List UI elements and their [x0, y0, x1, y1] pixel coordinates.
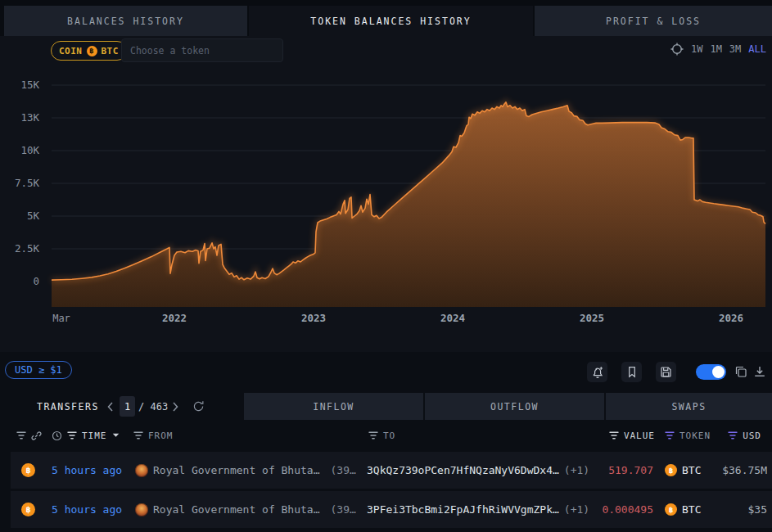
column-from[interactable]: FROM [148, 431, 174, 441]
column-value[interactable]: VALUE [624, 431, 655, 441]
svg-text:2023: 2023 [301, 312, 326, 324]
coin-filter-label: COIN [59, 46, 83, 56]
save-icon [660, 366, 672, 378]
bookmark-icon [626, 366, 638, 378]
svg-text:2026: 2026 [719, 312, 743, 324]
clock-icon[interactable] [52, 431, 62, 441]
token-symbol: BTC [682, 503, 701, 516]
tab-token-balances-history[interactable]: TOKEN BALANCES HISTORY [249, 6, 533, 36]
view-tabs: BALANCES HISTORY TOKEN BALANCES HISTORY … [0, 0, 772, 36]
coin-filter-token: BTC [102, 46, 119, 56]
transfer-time-link[interactable]: 5 hours ago [52, 491, 122, 528]
transfer-value: 519.707 [608, 452, 653, 489]
from-entity-avatar [135, 503, 148, 516]
tab-inflow[interactable]: INFLOW [244, 393, 423, 420]
transfer-time-link[interactable]: 5 hours ago [52, 452, 122, 489]
create-alert-button[interactable] [587, 362, 607, 382]
svg-text:2.5K: 2.5K [15, 242, 40, 255]
range-all[interactable]: ALL [748, 43, 766, 55]
transfer-token: ฿ BTC [665, 491, 701, 528]
tab-balances-history[interactable]: BALANCES HISTORY [4, 6, 247, 36]
btc-coin-icon: ฿ [87, 46, 97, 56]
transfer-from[interactable]: Royal Government of Bhuta… (39… [135, 491, 356, 528]
save-view-button[interactable] [656, 362, 676, 382]
transfer-row[interactable]: ฿ 5 hours ago Royal Government of Bhuta…… [11, 452, 772, 489]
transfer-from[interactable]: Royal Government of Bhuta… (39… [135, 452, 356, 489]
svg-text:10K: 10K [20, 144, 39, 156]
from-entity-avatar [135, 464, 148, 477]
column-to[interactable]: TO [383, 431, 395, 441]
crosshair-icon[interactable] [670, 43, 684, 56]
transfer-usd: $35 [748, 491, 767, 528]
btc-token-icon: ฿ [665, 503, 677, 516]
from-entity-name[interactable]: Royal Government of Bhuta… [153, 503, 320, 516]
svg-text:5K: 5K [27, 210, 40, 222]
svg-text:0: 0 [33, 275, 39, 287]
page-total: / 463 [138, 401, 168, 413]
next-page-button[interactable] [172, 402, 178, 412]
transfer-row[interactable]: ฿ 5 hours ago Royal Government of Bhuta…… [11, 491, 772, 528]
balance-area-chart[interactable]: 02.5K5K7.5K10K13K15KMar20222023202420252… [0, 74, 772, 352]
from-entity-name[interactable]: Royal Government of Bhuta… [153, 464, 320, 476]
token-search-input[interactable] [121, 38, 283, 62]
btc-chain-icon: ฿ [21, 503, 35, 516]
usd-filter-icon[interactable] [728, 431, 738, 440]
transfer-to[interactable]: 3QkQz739oPCen7HfNQzaNyV6DwDx4… (+1) [367, 452, 589, 489]
tab-outflow[interactable]: OUTFLOW [425, 393, 604, 420]
to-address[interactable]: 3PFei3TbcBmi2FpAJfhRiWVVgmZPk… [367, 503, 559, 516]
from-filter-icon[interactable] [133, 431, 143, 440]
svg-text:15K: 15K [20, 79, 39, 91]
tab-transfers[interactable]: TRANSFERS 1 / 463 [0, 393, 242, 420]
to-extra: (+1) [564, 464, 589, 476]
token-symbol: BTC [682, 464, 701, 476]
transfer-usd: $36.75M [722, 452, 767, 489]
download-icon[interactable] [753, 365, 766, 378]
time-filter-icon[interactable] [67, 431, 77, 440]
transfer-token: ฿ BTC [665, 452, 701, 489]
usd-filter-toggle[interactable] [696, 364, 726, 380]
svg-text:2025: 2025 [580, 312, 604, 324]
toggle-knob [712, 366, 725, 378]
token-filter-icon[interactable] [665, 431, 675, 440]
range-1m[interactable]: 1M [710, 43, 721, 55]
transfers-table-header: TIME FROM TO VALUE TOKEN USD [0, 421, 772, 450]
range-3m[interactable]: 3M [729, 43, 741, 55]
svg-text:2022: 2022 [162, 312, 187, 324]
svg-text:2024: 2024 [440, 312, 465, 324]
link-icon[interactable] [31, 431, 42, 441]
to-address[interactable]: 3QkQz739oPCen7HfNQzaNyV6DwDx4… [367, 464, 559, 476]
from-extra: (39… [331, 503, 356, 516]
transfer-to[interactable]: 3PFei3TbcBmi2FpAJfhRiWVVgmZPk… (+1) [367, 491, 589, 528]
to-filter-icon[interactable] [368, 431, 378, 440]
tab-swaps[interactable]: SWAPS [606, 393, 772, 420]
value-filter-icon[interactable] [609, 431, 619, 440]
range-1w[interactable]: 1W [691, 43, 702, 55]
bookmark-button[interactable] [621, 362, 642, 382]
column-time[interactable]: TIME [82, 431, 107, 441]
activity-tabs: TRANSFERS 1 / 463 INFLOW OUTFLOW SWAPS [0, 393, 772, 420]
tab-profit-loss[interactable]: PROFIT & LOSS [535, 6, 772, 36]
to-extra: (+1) [564, 503, 589, 516]
page-number-input[interactable]: 1 [120, 396, 135, 417]
svg-text:13K: 13K [20, 111, 39, 124]
column-usd[interactable]: USD [743, 431, 761, 441]
svg-text:Mar: Mar [52, 313, 70, 324]
svg-text:7.5K: 7.5K [15, 177, 40, 189]
copy-icon[interactable] [734, 365, 747, 378]
btc-token-icon: ฿ [665, 464, 677, 476]
chevron-down-icon[interactable] [112, 433, 120, 438]
column-token[interactable]: TOKEN [679, 431, 711, 441]
global-filter-icon[interactable] [16, 431, 26, 440]
transfers-label: TRANSFERS [37, 401, 99, 413]
coin-filter-pill[interactable]: COIN ฿ BTC [51, 41, 127, 61]
refresh-icon[interactable] [192, 400, 205, 413]
time-range-selector: 1W 1M 3M ALL [670, 43, 766, 56]
from-extra: (39… [331, 464, 356, 476]
transfer-value: 0.000495 [602, 491, 653, 528]
usd-threshold-filter[interactable]: USD ≥ $1 [5, 361, 72, 379]
btc-chain-icon: ฿ [21, 463, 35, 477]
prev-page-button[interactable] [107, 402, 114, 412]
bell-plus-icon [591, 366, 604, 379]
